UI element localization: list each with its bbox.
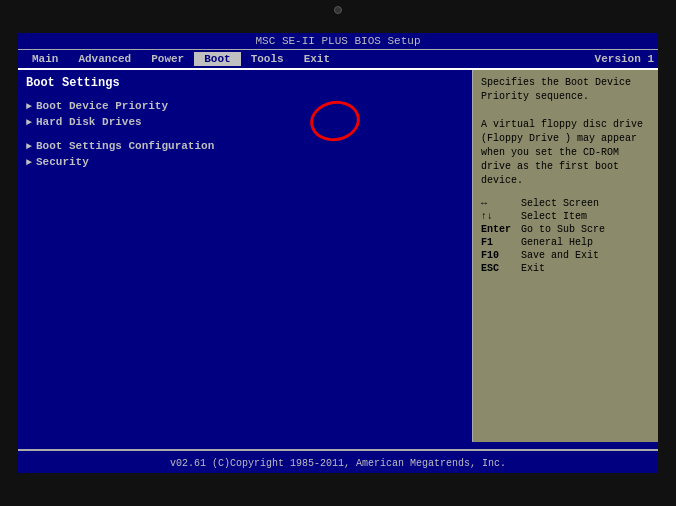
shortcut-select-screen: ↔ Select Screen: [481, 198, 650, 209]
menu-item-tools[interactable]: Tools: [241, 52, 294, 66]
key-esc: ESC: [481, 263, 517, 274]
option-hard-disk-drives[interactable]: ► Hard Disk Drives: [26, 114, 464, 130]
key-enter: Enter: [481, 224, 517, 235]
shortcut-f1: F1 General Help: [481, 237, 650, 248]
desc-select-screen: Select Screen: [521, 198, 599, 209]
shortcut-esc: ESC Exit: [481, 263, 650, 274]
right-panel: Specifies the Boot Device Priority seque…: [473, 70, 658, 442]
bios-model-title: MSC SE-II PLUS BIOS Setup: [255, 35, 420, 47]
option-label-3: Boot Settings Configuration: [36, 140, 214, 152]
key-updown: ↑↓: [481, 211, 517, 222]
arrow-icon-2: ►: [26, 117, 32, 128]
bios-title-bar: MSC SE-II PLUS BIOS Setup: [18, 33, 658, 50]
bios-screen: MSC SE-II PLUS BIOS Setup Main Advanced …: [18, 33, 658, 473]
option-label-2: Hard Disk Drives: [36, 116, 142, 128]
bios-version: Version 1: [595, 53, 654, 65]
shortcut-select-item: ↑↓ Select Item: [481, 211, 650, 222]
shortcut-f10: F10 Save and Exit: [481, 250, 650, 261]
camera-lens: [334, 6, 342, 14]
menu-item-power[interactable]: Power: [141, 52, 194, 66]
footer-text: v02.61 (C)Copyright 1985-2011, American …: [170, 458, 506, 469]
desc-enter: Go to Sub Scre: [521, 224, 605, 235]
left-panel: Boot Settings ► Boot Device Priority ► H…: [18, 70, 473, 442]
desc-f1: General Help: [521, 237, 593, 248]
desc-f10: Save and Exit: [521, 250, 599, 261]
option-boot-device-priority[interactable]: ► Boot Device Priority: [26, 98, 464, 114]
menu-bar: Main Advanced Power Boot Tools Exit Vers…: [18, 50, 658, 70]
footer-bar: v02.61 (C)Copyright 1985-2011, American …: [18, 449, 658, 473]
monitor: MSC SE-II PLUS BIOS Setup Main Advanced …: [0, 0, 676, 506]
menu-item-boot[interactable]: Boot: [194, 52, 240, 66]
menu-item-exit[interactable]: Exit: [294, 52, 340, 66]
shortcut-enter: Enter Go to Sub Scre: [481, 224, 650, 235]
desc-select-item: Select Item: [521, 211, 587, 222]
arrow-icon-3: ►: [26, 141, 32, 152]
key-f10: F10: [481, 250, 517, 261]
option-label-4: Security: [36, 156, 89, 168]
boot-options-list: ► Boot Device Priority ► Hard Disk Drive…: [26, 98, 464, 170]
menu-item-main[interactable]: Main: [22, 52, 68, 66]
option-boot-settings-config[interactable]: ► Boot Settings Configuration: [26, 138, 464, 154]
content-area: Boot Settings ► Boot Device Priority ► H…: [18, 70, 658, 442]
option-security[interactable]: ► Security: [26, 154, 464, 170]
help-text: Specifies the Boot Device Priority seque…: [481, 76, 650, 188]
option-label-1: Boot Device Priority: [36, 100, 168, 112]
section-title: Boot Settings: [26, 76, 464, 90]
desc-esc: Exit: [521, 263, 545, 274]
menu-item-advanced[interactable]: Advanced: [68, 52, 141, 66]
shortcuts-list: ↔ Select Screen ↑↓ Select Item Enter Go …: [481, 198, 650, 274]
key-f1: F1: [481, 237, 517, 248]
arrow-icon-1: ►: [26, 101, 32, 112]
key-arrows: ↔: [481, 198, 517, 209]
arrow-icon-4: ►: [26, 157, 32, 168]
